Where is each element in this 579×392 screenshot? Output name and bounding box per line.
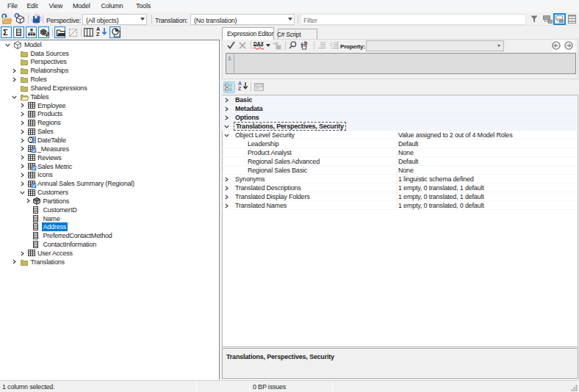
svg-text:2: 2 [330, 42, 333, 47]
